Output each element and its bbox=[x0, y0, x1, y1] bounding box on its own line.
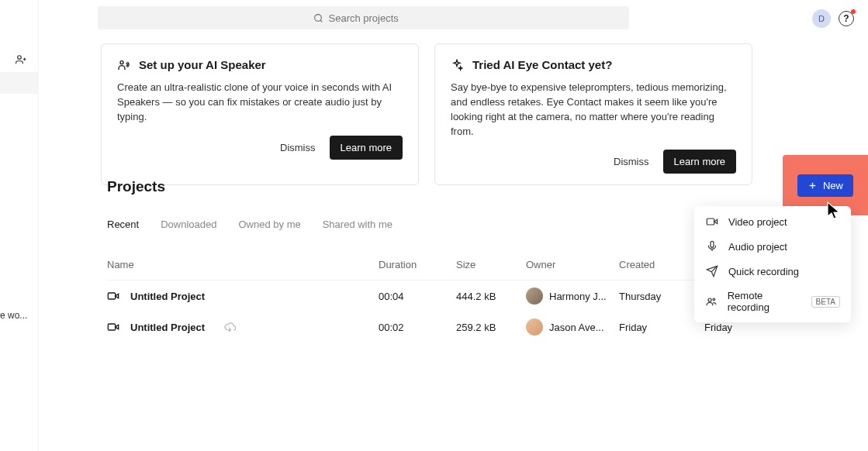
promo-desc: Create an ultra-realistic clone of your … bbox=[117, 81, 403, 125]
cloud-download-icon[interactable] bbox=[223, 321, 236, 333]
dropdown-item-quick-recording[interactable]: Quick recording bbox=[694, 259, 851, 284]
video-icon bbox=[107, 321, 119, 333]
cell-created: Thursday bbox=[619, 291, 704, 302]
cell-duration: 00:02 bbox=[379, 322, 456, 333]
sidebar: e wo... bbox=[0, 0, 39, 451]
svg-rect-10 bbox=[707, 219, 714, 225]
cell-duration: 00:04 bbox=[379, 291, 456, 302]
svg-point-0 bbox=[18, 56, 22, 60]
col-header-name[interactable]: Name bbox=[107, 259, 379, 270]
col-header-duration[interactable]: Duration bbox=[379, 259, 456, 270]
promo-card-ai-speaker: Set up your AI Speaker Create an ultra-r… bbox=[101, 43, 419, 185]
tab-owned-by-me[interactable]: Owned by me bbox=[238, 219, 300, 230]
cell-extra: Friday bbox=[704, 322, 797, 333]
mic-icon bbox=[705, 240, 719, 253]
owner-avatar bbox=[526, 287, 543, 305]
promo-title: Set up your AI Speaker bbox=[139, 58, 266, 71]
tab-shared-with-me[interactable]: Shared with me bbox=[323, 219, 393, 230]
project-name: Untitled Project bbox=[130, 291, 205, 302]
owner-avatar bbox=[526, 318, 543, 336]
dropdown-item-label: Video project bbox=[728, 216, 787, 228]
tab-downloaded[interactable]: Downloaded bbox=[161, 219, 216, 230]
project-tabs: Recent Downloaded Owned by me Shared wit… bbox=[107, 219, 393, 230]
dropdown-item-label: Remote recording bbox=[728, 290, 802, 313]
search-icon bbox=[313, 13, 323, 23]
new-dropdown: Video project Audio project Quick record… bbox=[694, 206, 851, 322]
cell-size: 444.2 kB bbox=[456, 291, 526, 302]
dismiss-button[interactable]: Dismiss bbox=[280, 142, 316, 153]
dropdown-item-label: Quick recording bbox=[728, 266, 799, 277]
beta-badge: BETA bbox=[811, 296, 840, 308]
cell-owner: Jason Ave... bbox=[549, 322, 604, 333]
top-right-controls: D ? bbox=[812, 9, 854, 28]
svg-point-3 bbox=[314, 14, 321, 21]
search-input[interactable] bbox=[329, 12, 414, 24]
project-name: Untitled Project bbox=[130, 322, 205, 333]
sidebar-clipped-label: e wo... bbox=[0, 310, 31, 321]
new-button[interactable]: New bbox=[797, 174, 853, 197]
promo-title: Tried AI Eye Contact yet? bbox=[472, 58, 612, 71]
promo-card-eye-contact: Tried AI Eye Contact yet? Say bye-bye to… bbox=[434, 43, 752, 185]
svg-rect-6 bbox=[108, 293, 115, 299]
cursor-icon bbox=[826, 201, 842, 221]
dismiss-button[interactable]: Dismiss bbox=[614, 156, 649, 167]
invite-user-icon[interactable] bbox=[16, 54, 26, 65]
sparkle-icon bbox=[451, 59, 463, 71]
speaker-icon bbox=[117, 59, 130, 71]
section-title: Projects bbox=[107, 178, 165, 195]
new-button-label: New bbox=[823, 180, 843, 191]
video-icon bbox=[107, 290, 119, 302]
dropdown-item-label: Audio project bbox=[728, 241, 787, 253]
user-avatar[interactable]: D bbox=[812, 9, 831, 28]
svg-point-13 bbox=[708, 298, 711, 301]
learn-more-button[interactable]: Learn more bbox=[330, 136, 403, 160]
cell-owner: Harmony J... bbox=[549, 291, 607, 302]
svg-point-5 bbox=[120, 60, 123, 64]
col-header-size[interactable]: Size bbox=[456, 259, 526, 270]
users-icon bbox=[705, 295, 718, 308]
svg-line-4 bbox=[320, 20, 322, 22]
search-bar[interactable] bbox=[98, 6, 629, 29]
promo-desc: Say bye-bye to expensive teleprompters, … bbox=[451, 81, 736, 139]
plus-icon bbox=[807, 181, 818, 191]
svg-rect-7 bbox=[108, 324, 115, 330]
video-icon bbox=[705, 215, 719, 228]
col-header-owner[interactable]: Owner bbox=[526, 259, 619, 270]
tab-recent[interactable]: Recent bbox=[107, 219, 139, 230]
col-header-created[interactable]: Created bbox=[619, 259, 704, 270]
dropdown-item-audio-project[interactable]: Audio project bbox=[694, 234, 851, 259]
learn-more-button[interactable]: Learn more bbox=[663, 150, 736, 174]
dropdown-item-remote-recording[interactable]: Remote recording BETA bbox=[694, 284, 851, 319]
main: D ? Set up your AI Speaker Create an ult… bbox=[39, 0, 868, 451]
help-icon[interactable]: ? bbox=[839, 11, 854, 26]
svg-rect-11 bbox=[711, 241, 714, 247]
svg-point-14 bbox=[713, 298, 715, 301]
cell-created: Friday bbox=[619, 322, 704, 333]
send-icon bbox=[705, 265, 719, 277]
cell-size: 259.2 kB bbox=[456, 322, 526, 333]
promo-cards: Set up your AI Speaker Create an ultra-r… bbox=[101, 43, 752, 185]
sidebar-item-active[interactable] bbox=[0, 72, 39, 94]
